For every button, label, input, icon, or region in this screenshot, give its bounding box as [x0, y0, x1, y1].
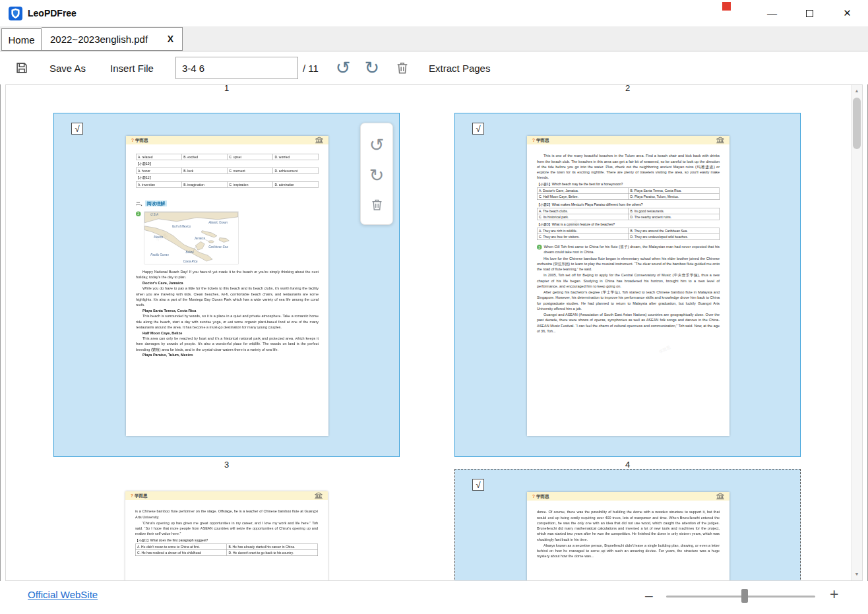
rotate-left-button[interactable]: ↺: [336, 59, 351, 77]
toolbar: Save As Insert File / 11 ↺ ↻ Extract Pag…: [0, 51, 868, 84]
passage-number-badge: 3: [537, 245, 542, 250]
page-total-label: / 11: [303, 63, 319, 74]
page-3-checkbox[interactable]: √: [71, 123, 83, 135]
paragraph-text: When Gill Toh first came to China for hi…: [544, 245, 720, 254]
brand-question-mark: ?: [131, 493, 133, 499]
option-cell: A. invention: [137, 182, 182, 188]
brand-name: 学而思: [135, 493, 148, 499]
paragraph: 3When Gill Toh first came to China for h…: [537, 244, 720, 255]
brand-logo: ? 学而思: [532, 137, 549, 143]
check-icon: √: [476, 480, 480, 490]
option-cell: C. He has realized a dream of his childh…: [136, 549, 227, 555]
tab-document-label: 2022~2023english.pdf: [50, 34, 148, 45]
library-icon: [716, 493, 724, 500]
save-button[interactable]: [15, 61, 29, 75]
brand-logo: ? 学而思: [131, 137, 148, 143]
rotate-right-button[interactable]: ↻: [369, 167, 385, 185]
page-6-thumbnail[interactable]: 学而思 ? 学而思 dome. Of course, there was the…: [527, 492, 729, 581]
page-3-thumbnail[interactable]: 学而思 学而思 ? 学而思 A. relaxed B. excited C: [126, 136, 328, 436]
insert-file-button[interactable]: Insert File: [110, 63, 154, 74]
floppy-icon: [15, 61, 29, 75]
page-1-number: 1: [53, 84, 400, 93]
paragraph: “China's opening up has given me great o…: [135, 520, 318, 537]
brand-name: 学而思: [135, 137, 148, 143]
option-cell: B. imagination: [181, 182, 227, 188]
option-cell: A. The beach clubs.: [538, 208, 629, 214]
section-heading: 二、阅读理解: [136, 201, 319, 207]
watermark: 学而思: [658, 344, 671, 355]
official-website-link[interactable]: Official WebSite: [28, 589, 98, 600]
red-indicator: [722, 2, 731, 11]
page-4-thumbnail[interactable]: 学而思 学而思 ? 学而思 This is one of the many be…: [527, 136, 729, 436]
minimize-button[interactable]: —: [760, 8, 784, 19]
scroll-down-icon[interactable]: ▼: [852, 569, 862, 580]
maximize-button[interactable]: [798, 8, 821, 19]
save-as-button[interactable]: Save As: [49, 63, 86, 74]
section-prefix: 二、: [136, 201, 145, 206]
options-table: A. honor B. luck C. moment D. achievemen…: [136, 168, 319, 174]
option-cell: C. moment: [227, 168, 272, 174]
option-cell: D. achievement: [272, 168, 318, 174]
page-2-number: 2: [454, 84, 801, 93]
scroll-up-icon[interactable]: ▲: [852, 86, 862, 96]
tab-document[interactable]: 2022~2023english.pdf X: [42, 27, 183, 51]
option-cell: B. He has already started his career in …: [227, 544, 318, 550]
svg-text:Atlantic Ocean: Atlantic Ocean: [208, 221, 228, 224]
page-range-input[interactable]: [175, 57, 298, 79]
library-icon: [315, 493, 323, 499]
paragraph: His love for the Chinese bamboo flute be…: [537, 255, 720, 272]
svg-text:Belize: Belize: [186, 251, 195, 254]
page-4-checkbox[interactable]: √: [472, 123, 484, 135]
paragraph: This area can only be reached by boat an…: [136, 336, 319, 352]
passage-heading: Half Moon Caye, Belize: [136, 330, 319, 334]
page-4-container[interactable]: √ 学而思 学而思 ? 学而思 This is one of the many …: [454, 113, 801, 457]
rotate-left-button[interactable]: ↺: [369, 137, 385, 154]
svg-text:Gulf of Mexico: Gulf of Mexico: [172, 225, 191, 228]
delete-page-button[interactable]: [370, 198, 384, 212]
rotate-right-button[interactable]: ↻: [364, 59, 379, 77]
worksheet-header: ? 学而思: [527, 492, 729, 501]
scrollbar-thumb[interactable]: [853, 98, 861, 149]
app-window: { "app": { "title": "LeoPDFree", "minimi…: [0, 0, 868, 614]
option-cell: D. worried: [272, 154, 318, 160]
option-cell: D. admiration: [272, 182, 318, 188]
options-table: A. Doctor's Cave, Jamaica. B. Playa Sant…: [537, 187, 720, 200]
tab-home[interactable]: Home: [1, 28, 42, 51]
page-5-thumbnail[interactable]: 学而思 ? 学而思 is a Chinese bamboo flute perf…: [125, 491, 328, 581]
vertical-scrollbar[interactable]: ▲ ▼: [851, 85, 862, 580]
question-label: 【小题1】Which beach may be the best for a h…: [537, 182, 720, 187]
paragraph: Guangxi and ASEAN (Association of South …: [537, 312, 720, 334]
option-cell: B. luck: [181, 168, 227, 174]
reading-passage: 3When Gill Toh first came to China for h…: [537, 244, 720, 334]
options-table: A. He didn't mean to come to China at fi…: [135, 543, 318, 556]
option-cell: A. He didn't mean to come to China at fi…: [136, 544, 227, 550]
option-cell: D. He doesn't want to go back to his cou…: [227, 549, 318, 555]
zoom-out-button[interactable]: –: [645, 588, 653, 603]
close-button[interactable]: ✕: [836, 7, 859, 19]
page-5-container[interactable]: 学而思 ? 学而思 is a Chinese bamboo flute perf…: [53, 469, 400, 581]
brand-question-mark: ?: [131, 138, 134, 143]
option-cell: A. relaxed: [137, 154, 182, 160]
zoom-slider-thumb[interactable]: [741, 589, 748, 603]
page-6-container[interactable]: √ 学而思 ? 学而思 dome. Of course, there was t…: [454, 469, 801, 581]
option-cell: A. Doctor's Cave, Jamaica.: [538, 188, 629, 194]
page-3-container[interactable]: √ 学而思 学而思 ? 学而思 A. relaxed B.: [53, 113, 400, 457]
paragraph: This beach is surrounded by woods, so it…: [136, 313, 319, 330]
option-cell: B. Its good restaurants.: [629, 208, 720, 214]
options-table: A. invention B. imagination C. inspirati…: [136, 181, 319, 188]
paragraph: is a Chinese bamboo flute performer on t…: [135, 508, 318, 520]
page-3-number: 3: [53, 460, 400, 470]
option-cell: C. inspiration: [227, 182, 272, 188]
question-label: 【小题2】What makes Mexico's Playa Paraiso d…: [537, 202, 720, 206]
svg-text:Pacific Ocean: Pacific Ocean: [150, 253, 169, 257]
page-6-checkbox[interactable]: √: [472, 479, 484, 491]
option-cell: D. Playa Paraiso, Tulum, Mexico.: [629, 193, 720, 199]
extract-pages-button[interactable]: Extract Pages: [429, 63, 490, 74]
svg-text:Caribbean Sea: Caribbean Sea: [208, 245, 228, 249]
zoom-in-button[interactable]: +: [830, 586, 838, 603]
title-bar: LeoPDFree — ✕: [0, 0, 868, 26]
delete-button[interactable]: [395, 61, 410, 75]
tab-close-button[interactable]: X: [168, 34, 173, 44]
brand-name: 学而思: [536, 137, 549, 143]
zoom-slider-track[interactable]: [666, 596, 815, 598]
